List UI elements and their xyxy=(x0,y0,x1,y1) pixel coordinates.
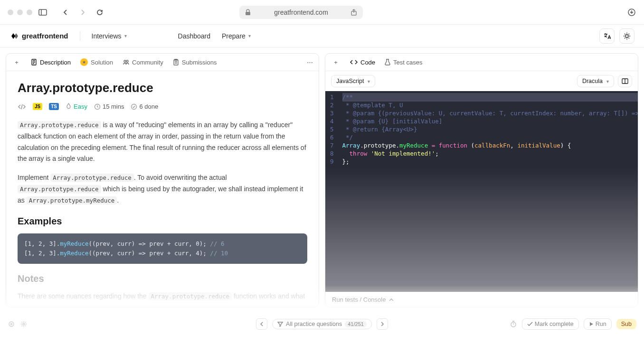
prev-question-button[interactable] xyxy=(256,318,267,330)
examples-code: [1, 2, 3].myReduce((prev, curr) => prev … xyxy=(18,233,307,264)
check-icon xyxy=(527,322,533,326)
gear-icon[interactable] xyxy=(20,320,28,328)
time-estimate: 15 mins xyxy=(94,103,124,110)
chevron-down-icon: ▾ xyxy=(368,79,370,84)
svg-rect-2 xyxy=(246,12,250,15)
description-panel: + Description ★ Solution Community xyxy=(6,53,319,307)
run-button[interactable]: Run xyxy=(584,318,612,330)
completion-count: 6 done xyxy=(131,103,158,110)
description-body: Array.prototype.reduce JS TS Easy 15 min… xyxy=(6,71,319,307)
flask-icon xyxy=(385,59,390,65)
forward-button xyxy=(78,8,87,17)
svg-point-17 xyxy=(9,322,14,326)
downloads-icon[interactable] xyxy=(627,8,636,17)
next-question-button[interactable] xyxy=(377,318,388,330)
chevron-down-icon: ▾ xyxy=(248,33,251,38)
tab-code[interactable]: Code xyxy=(350,59,375,66)
timer-icon[interactable] xyxy=(510,320,517,328)
examples-heading: Examples xyxy=(18,216,307,227)
reload-button[interactable] xyxy=(95,8,104,17)
ts-badge: TS xyxy=(49,103,59,110)
divider xyxy=(80,31,80,41)
console-toggle[interactable]: Run tests / Console xyxy=(325,292,638,307)
mark-complete-button[interactable]: Mark complete xyxy=(522,318,579,330)
theme-dropdown[interactable]: Dracula ▾ xyxy=(577,75,614,87)
browser-chrome: greatfrontend.com xyxy=(0,0,644,25)
main-split: + Description ★ Solution Community xyxy=(0,47,644,313)
svg-rect-0 xyxy=(39,9,47,15)
star-icon: ★ xyxy=(80,58,88,66)
add-tab-button[interactable]: + xyxy=(331,57,341,67)
tab-description[interactable]: Description xyxy=(31,59,71,66)
traffic-lights xyxy=(8,9,32,15)
add-tab-button[interactable]: + xyxy=(12,57,21,67)
filter-icon xyxy=(277,321,283,327)
nav-prepare[interactable]: Prepare ▾ xyxy=(222,32,251,40)
sidebar-toggle-icon[interactable] xyxy=(38,8,47,17)
more-options-button[interactable]: ⋯ xyxy=(307,59,313,66)
settings-icon[interactable] xyxy=(8,320,15,328)
theme-toggle-button[interactable] xyxy=(619,28,635,44)
right-tabs: + Code Test cases xyxy=(325,54,638,71)
tab-submissions[interactable]: Submissions xyxy=(173,59,217,66)
play-icon xyxy=(589,322,594,326)
maximize-window[interactable] xyxy=(27,9,32,15)
difficulty: Easy xyxy=(66,103,87,110)
submissions-icon xyxy=(173,59,179,65)
question-count: 41/251 xyxy=(345,321,367,327)
left-tabs: + Description ★ Solution Community xyxy=(6,54,319,71)
logo-text: greatfrontend xyxy=(22,32,68,40)
language-button[interactable] xyxy=(599,28,615,44)
tab-solution[interactable]: ★ Solution xyxy=(80,58,113,66)
paragraph: Implement Array.prototype.reduce. To avo… xyxy=(18,172,307,206)
svg-point-10 xyxy=(124,60,126,62)
language-dropdown[interactable]: JavaScript ▾ xyxy=(331,75,375,87)
paragraph: Array.prototype.reduce is a way of "redu… xyxy=(18,120,307,165)
logo-icon xyxy=(9,31,19,41)
code-icon xyxy=(18,103,26,110)
svg-point-5 xyxy=(625,35,628,37)
svg-point-18 xyxy=(11,323,12,325)
app-header: greatfrontend Interviews ▾ Dashboard Pre… xyxy=(0,25,644,47)
js-badge: JS xyxy=(33,103,42,110)
chevron-down-icon: ▾ xyxy=(124,33,127,38)
document-icon xyxy=(31,59,37,65)
community-icon xyxy=(123,59,129,65)
svg-point-11 xyxy=(126,60,128,62)
question-filter[interactable]: All practice questions 41/251 xyxy=(272,319,372,329)
back-button[interactable] xyxy=(61,8,70,17)
lock-icon xyxy=(245,9,251,16)
share-icon[interactable] xyxy=(350,9,357,16)
url-bar[interactable]: greatfrontend.com xyxy=(239,6,363,19)
logo[interactable]: greatfrontend xyxy=(9,31,68,41)
notes-heading: Notes xyxy=(18,273,307,284)
minimize-window[interactable] xyxy=(17,9,23,15)
line-gutter: 123456789 xyxy=(325,91,339,292)
code-icon xyxy=(350,59,358,65)
code-content[interactable]: /** * @template T, U * @param {(previous… xyxy=(339,91,638,292)
bottom-bar: All practice questions 41/251 Mark compl… xyxy=(0,313,644,334)
nav-dashboard[interactable]: Dashboard xyxy=(178,32,211,40)
layout-button[interactable] xyxy=(618,75,632,87)
paragraph: There are some nuances regarding how the… xyxy=(18,291,307,302)
svg-rect-12 xyxy=(174,60,178,65)
editor-toolbar: JavaScript ▾ Dracula ▾ xyxy=(325,71,638,91)
chevron-up-icon xyxy=(388,298,394,302)
code-panel: + Code Test cases JavaScript ▾ D xyxy=(325,53,638,307)
close-window[interactable] xyxy=(8,9,13,15)
tab-community[interactable]: Community xyxy=(123,59,163,66)
problem-title: Array.prototype.reduce xyxy=(18,81,307,95)
code-editor[interactable]: 123456789 /** * @template T, U * @param … xyxy=(325,91,638,292)
svg-point-19 xyxy=(23,323,25,325)
chevron-down-icon: ▾ xyxy=(606,79,609,84)
submit-button[interactable]: Sub xyxy=(616,319,636,329)
problem-meta: JS TS Easy 15 mins 6 done xyxy=(18,103,307,110)
url-text: greatfrontend.com xyxy=(274,9,328,16)
nav-interviews[interactable]: Interviews ▾ xyxy=(92,32,127,40)
tab-test-cases[interactable]: Test cases xyxy=(385,59,422,66)
